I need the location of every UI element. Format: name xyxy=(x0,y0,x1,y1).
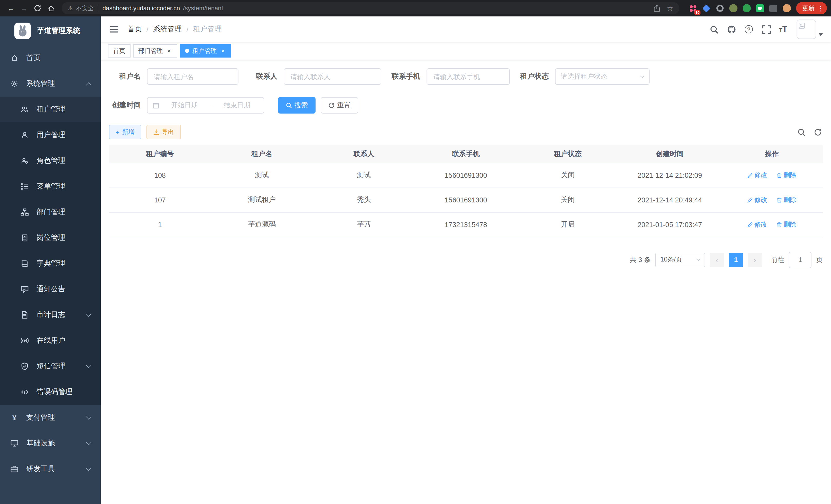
extensions-puzzle-icon[interactable] xyxy=(769,4,778,12)
delete-label: 删除 xyxy=(783,220,796,229)
help-button[interactable]: ? xyxy=(744,25,753,34)
omnibox-actions: ☆ xyxy=(654,4,673,12)
tab-dept-management[interactable]: 部门管理 × xyxy=(133,44,177,58)
delete-button[interactable]: 删除 xyxy=(776,171,796,180)
sidebar-item-label: 租户管理 xyxy=(36,105,65,114)
extension-icon-chat[interactable] xyxy=(755,4,764,12)
share-icon[interactable] xyxy=(654,5,661,12)
add-button[interactable]: + 新增 xyxy=(109,125,141,139)
browser-profile-avatar[interactable] xyxy=(782,4,791,12)
sidebar-item-audit-log[interactable]: 审计日志 xyxy=(0,302,101,328)
tab-close-icon[interactable]: × xyxy=(220,48,226,54)
extension-icon-ring[interactable] xyxy=(715,4,724,12)
refresh-icon xyxy=(814,128,822,136)
sidebar-item-notice[interactable]: 通知公告 xyxy=(0,276,101,302)
app-title: 芋道管理系统 xyxy=(37,26,80,35)
extension-icon-green[interactable] xyxy=(742,4,751,12)
tab-tenant-management[interactable]: 租户管理 × xyxy=(180,44,231,58)
yen-glyph: ¥ xyxy=(12,414,17,422)
header-search-button[interactable] xyxy=(709,25,718,34)
refresh-table-button[interactable] xyxy=(812,127,823,137)
delete-button[interactable]: 删除 xyxy=(776,220,796,229)
sidebar-item-error-code-management[interactable]: 错误码管理 xyxy=(0,379,101,405)
export-button[interactable]: 导出 xyxy=(146,125,181,139)
extension-icon-diamond[interactable] xyxy=(702,4,711,12)
sidebar-item-system-management[interactable]: 系统管理 xyxy=(0,71,101,97)
prev-page-button[interactable]: ‹ xyxy=(710,253,724,267)
cell-tenant-name: 芋道源码 xyxy=(211,212,313,237)
avatar-shape xyxy=(782,4,791,12)
breadcrumb-item-home[interactable]: 首页 xyxy=(127,25,142,34)
breadcrumb-item-system[interactable]: 系统管理 xyxy=(153,25,182,34)
sidebar-item-dept-management[interactable]: 部门管理 xyxy=(0,199,101,225)
forward-icon: → xyxy=(21,4,28,12)
delete-button[interactable]: 删除 xyxy=(776,196,796,204)
tenant-name-input[interactable] xyxy=(147,68,238,85)
home-button[interactable] xyxy=(44,2,58,15)
sidebar-item-tenant-management[interactable]: 租户管理 xyxy=(0,97,101,122)
sidebar-item-infrastructure[interactable]: 基础设施 xyxy=(0,431,101,456)
goto-page-input[interactable] xyxy=(789,251,811,268)
next-page-button[interactable]: › xyxy=(748,253,762,267)
update-button-label: 更新 xyxy=(802,4,814,12)
tab-label: 部门管理 xyxy=(138,47,163,55)
github-link[interactable] xyxy=(727,25,736,34)
sidebar-item-home[interactable]: 首页 xyxy=(0,45,101,71)
trash-icon xyxy=(776,197,782,203)
chevron-down-icon xyxy=(86,466,91,471)
sidebar-item-dict-management[interactable]: 字典管理 xyxy=(0,251,101,276)
menu-list-icon xyxy=(21,182,29,190)
sidebar-item-label: 角色管理 xyxy=(36,156,65,166)
extension-icon-olive[interactable] xyxy=(729,4,738,12)
sidebar-item-dev-tools[interactable]: 研发工具 xyxy=(0,456,101,482)
kebab-menu-icon[interactable]: ⋮ xyxy=(817,4,824,12)
browser-update-button[interactable]: 更新 ⋮ xyxy=(796,2,827,14)
edit-button[interactable]: 修改 xyxy=(747,171,767,180)
chevron-down-icon xyxy=(819,33,823,36)
tab-close-icon[interactable]: × xyxy=(166,48,172,54)
reload-button[interactable] xyxy=(31,2,44,15)
status-select[interactable]: 请选择租户状态 xyxy=(555,68,650,85)
forward-button[interactable]: → xyxy=(18,2,31,15)
chevron-up-icon xyxy=(86,82,91,87)
reset-button[interactable]: 重置 xyxy=(321,97,358,114)
calendar-icon xyxy=(153,102,159,109)
cell-created: 2021-12-14 21:02:09 xyxy=(619,163,721,187)
search-button[interactable]: 搜索 xyxy=(278,97,316,114)
sidebar-collapse-button[interactable] xyxy=(109,24,119,34)
tab-home[interactable]: 首页 xyxy=(108,44,131,58)
pagination: 共 3 条 10条/页 ‹ 1 › 前往 页 xyxy=(109,251,823,268)
sidebar-item-sms-management[interactable]: 短信管理 xyxy=(0,353,101,379)
toggle-search-button[interactable] xyxy=(796,127,806,137)
sidebar-item-menu-management[interactable]: 菜单管理 xyxy=(0,174,101,199)
edit-button[interactable]: 修改 xyxy=(747,220,767,229)
contact-input[interactable] xyxy=(284,68,381,85)
next-icon: › xyxy=(754,256,756,264)
refresh-icon xyxy=(328,102,335,109)
app-logo-row[interactable]: 芋道管理系统 xyxy=(0,17,101,45)
fullscreen-button[interactable] xyxy=(762,25,771,34)
edit-button[interactable]: 修改 xyxy=(747,196,767,204)
bookmark-star-icon[interactable]: ☆ xyxy=(667,4,673,12)
address-bar[interactable]: ⚠ 不安全 dashboard.yudao.iocoder.cn /system… xyxy=(62,2,679,14)
page-number-button[interactable]: 1 xyxy=(729,253,743,267)
infra-monitor-icon xyxy=(10,439,19,447)
goto-label: 前往 xyxy=(771,255,784,264)
sidebar-item-user-management[interactable]: 用户管理 xyxy=(0,122,101,148)
broken-image-icon xyxy=(799,23,805,29)
app-window: 芋道管理系统 首页 系统管理 xyxy=(0,17,831,504)
user-menu[interactable] xyxy=(797,20,823,39)
sidebar-item-online-users[interactable]: 在线用户 xyxy=(0,328,101,353)
date-range-picker[interactable]: 开始日期 - 结束日期 xyxy=(147,97,264,114)
phone-input[interactable] xyxy=(427,68,510,85)
page-size-select[interactable]: 10条/页 xyxy=(655,253,705,267)
sidebar-item-label: 用户管理 xyxy=(36,130,65,140)
extension-icon-dots[interactable]: 10 xyxy=(689,4,697,12)
font-size-button[interactable]: TT xyxy=(779,25,787,33)
sidebar-item-post-management[interactable]: 岗位管理 xyxy=(0,225,101,251)
back-button[interactable]: ← xyxy=(4,2,18,15)
date-separator: - xyxy=(210,101,212,109)
sidebar-item-role-management[interactable]: 角色管理 xyxy=(0,148,101,174)
circle-shape xyxy=(729,4,737,12)
sidebar-item-payment-management[interactable]: ¥ 支付管理 xyxy=(0,405,101,431)
